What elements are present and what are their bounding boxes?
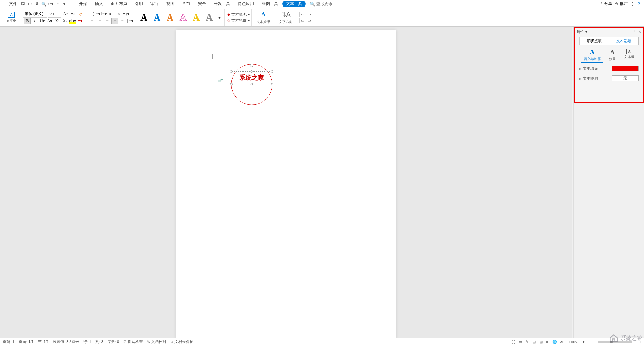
view-edit[interactable]: ✎ (524, 339, 530, 345)
status-column[interactable]: 列: 3 (95, 339, 103, 344)
undo-icon[interactable]: ↶▾ (47, 1, 54, 7)
status-page-total[interactable]: 页面: 1/1 (19, 339, 33, 344)
tab-references[interactable]: 引用 (131, 0, 146, 8)
styles-more-button[interactable]: ▾ (216, 14, 223, 21)
props-tab-text[interactable]: 文本选项 (609, 37, 639, 45)
tab-start[interactable]: 开始 (76, 0, 91, 8)
view-read[interactable]: ▭ (517, 339, 523, 345)
text-direction-button[interactable]: ⇅A 文字方向 (277, 10, 295, 25)
style-3[interactable]: A (164, 11, 176, 24)
align-right-button[interactable]: ≡ (104, 18, 111, 24)
more-icon[interactable]: ⋮ (631, 2, 635, 7)
superscript-button[interactable]: X² (54, 18, 61, 24)
props-subtab-fill[interactable]: A 填充与轮廓 (581, 48, 603, 63)
share-button[interactable]: ⇪分享 (600, 1, 612, 7)
pos-3[interactable]: ▭ (299, 18, 305, 23)
highlight-button[interactable]: ab▾ (69, 18, 76, 24)
distribute-button[interactable]: ≡ (119, 18, 126, 24)
handle-bc[interactable] (250, 83, 253, 85)
text-effect-button[interactable]: A 文本效果 (255, 10, 272, 25)
view-outline[interactable]: ▦ (538, 339, 544, 345)
fill-color-swatch[interactable] (612, 66, 639, 71)
search-input[interactable] (316, 2, 351, 7)
pos-2[interactable]: ▭ (306, 12, 312, 17)
italic-button[interactable]: I (31, 18, 38, 24)
indent-inc-button[interactable]: ⇥ (115, 11, 122, 18)
sort-button[interactable]: A↓▾ (123, 11, 129, 18)
handle-bl[interactable] (230, 83, 233, 85)
bullets-button[interactable]: ⋮≡▾ (92, 11, 99, 18)
save-icon[interactable]: 🖫 (20, 1, 26, 7)
rotation-handle[interactable] (250, 64, 253, 67)
strike-button[interactable]: A▾ (46, 18, 53, 24)
indent-dec-button[interactable]: ⇤ (108, 11, 114, 18)
shrink-font-button[interactable]: A↓ (70, 11, 77, 18)
annotate-button[interactable]: ✎批注 (615, 1, 628, 7)
text-outline-button[interactable]: ◇文本轮廓▾ (227, 18, 250, 23)
shape-text[interactable]: 系统之家 (233, 73, 271, 82)
spellcheck-button[interactable]: ☑拼写检查 (123, 339, 143, 344)
status-page-num[interactable]: 页码: 1 (3, 339, 14, 344)
style-1[interactable]: A (138, 11, 150, 24)
print-icon[interactable]: 🖶 (34, 1, 40, 7)
align-justify-button[interactable]: ≡ (111, 18, 118, 24)
tab-text-tools[interactable]: 文本工具 (282, 1, 306, 7)
text-fill-button[interactable]: ◆文本填充▾ (227, 12, 250, 17)
zoom-dropdown-icon[interactable]: ▾ (583, 340, 585, 344)
props-tab-shape[interactable]: 形状选项 (579, 37, 609, 45)
outline-select[interactable]: 无 (612, 75, 639, 81)
view-globe[interactable]: 🌐 (552, 339, 558, 345)
props-subtab-effect[interactable]: A 效果 (607, 48, 618, 63)
tab-chapter[interactable]: 章节 (179, 0, 194, 8)
tab-view[interactable]: 视图 (163, 0, 178, 8)
document-page[interactable]: ▤▾ 系统之家 (176, 30, 396, 338)
tab-security[interactable]: 安全 (194, 0, 210, 8)
handle-tc[interactable] (250, 70, 253, 73)
tab-insert[interactable]: 插入 (91, 0, 106, 8)
protect-button[interactable]: ⊘文档未保护 (170, 339, 193, 344)
redo-icon[interactable]: ↷ (54, 1, 60, 7)
status-section[interactable]: 节: 1/1 (38, 339, 49, 344)
line-spacing-button[interactable]: ‖≡▾ (126, 18, 133, 24)
numbering-button[interactable]: 1≡▾ (100, 11, 107, 18)
preview-icon[interactable]: 🔍 (41, 1, 47, 7)
print-preview-icon[interactable]: 🖂 (27, 1, 33, 7)
tri-icon-2[interactable]: ▶ (579, 77, 581, 80)
file-menu[interactable]: 文件 (7, 0, 19, 8)
handle-tr[interactable] (271, 70, 273, 73)
help-icon[interactable]: ? (637, 2, 640, 7)
font-name-select[interactable] (23, 11, 47, 18)
props-close-icon[interactable]: ✕ (638, 30, 641, 34)
status-chars[interactable]: 字数: 0 (108, 339, 119, 344)
style-5[interactable]: A (190, 11, 202, 24)
style-6[interactable]: A (203, 11, 215, 24)
hamburger-icon[interactable] (1, 1, 6, 7)
tab-drawing[interactable]: 绘图工具 (258, 0, 282, 8)
zoom-out-button[interactable]: − (589, 340, 591, 344)
bold-button[interactable]: B (24, 18, 31, 24)
grow-font-button[interactable]: A↑ (62, 11, 69, 18)
view-fullscreen[interactable]: ⛶ (510, 339, 517, 345)
tab-special[interactable]: 特色应用 (234, 0, 258, 8)
handle-br[interactable] (271, 83, 273, 85)
pos-1[interactable]: ▭ (299, 12, 305, 17)
view-page[interactable]: ▤ (531, 339, 537, 345)
subscript-button[interactable]: X₂ (61, 18, 68, 24)
status-line[interactable]: 行: 1 (83, 339, 91, 344)
underline-button[interactable]: U▾ (39, 18, 46, 24)
pos-4[interactable]: ▭ (306, 18, 312, 23)
tab-layout[interactable]: 页面布局 (107, 0, 131, 8)
doccheck-button[interactable]: ✎文档校对 (147, 339, 166, 344)
font-size-select[interactable] (48, 11, 61, 18)
tab-review[interactable]: 审阅 (147, 0, 162, 8)
dropdown-icon[interactable]: ▾ (61, 1, 67, 7)
font-color-button[interactable]: A▾ (77, 18, 83, 24)
zoom-value[interactable]: 100% (569, 340, 578, 344)
status-position[interactable]: 设置值: 3.8厘米 (53, 339, 79, 344)
props-subtab-textbox[interactable]: A 文本框 (622, 48, 636, 63)
clear-format-button[interactable]: ◇ (77, 11, 84, 18)
style-2[interactable]: A (151, 11, 163, 24)
style-4[interactable]: A (177, 11, 189, 24)
view-web[interactable]: ⊞ (545, 339, 551, 345)
view-eye[interactable]: 👁 (558, 339, 565, 345)
